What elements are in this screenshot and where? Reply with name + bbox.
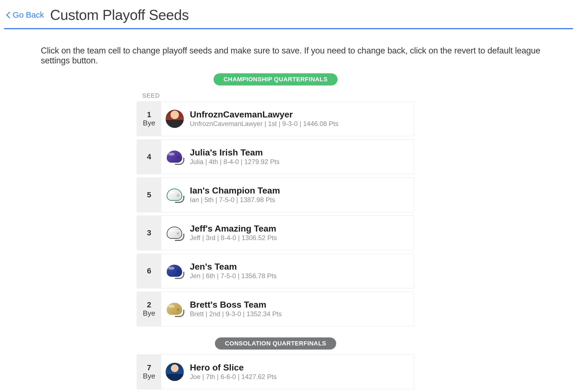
team-manager: UnfroznCavemanLawyer [190,120,263,127]
team-rank: 3rd [206,234,215,241]
team-record: 7-5-0 [219,196,234,203]
team-cell[interactable]: Brett's Boss Team Brett | 2nd | 9-3-0 | … [161,292,414,326]
team-name: Julia's Irish Team [190,148,280,157]
helmet-icon [166,148,184,166]
chevron-left-icon [6,11,11,19]
team-row[interactable]: 6 Jen's Team Jen | 6th | 7-5-0 | 1356.78… [137,254,414,288]
team-manager: Jeff [190,234,200,241]
team-rank: 5th [204,196,214,203]
team-rank: 4th [209,158,218,165]
team-cell[interactable]: Jen's Team Jen | 6th | 7-5-0 | 1356.78 P… [161,254,414,288]
team-record: 9-3-0 [282,120,298,127]
team-points: 1387.98 Pts [240,196,275,203]
avatar-icon [166,363,184,381]
team-meta: Ian | 5th | 7-5-0 | 1387.98 Pts [190,196,280,204]
team-manager: Jen [190,272,201,280]
seed-cell: 5 [137,178,161,212]
team-meta: Jen | 6th | 7-5-0 | 1356.78 Pts [190,272,277,280]
team-manager: Ian [190,196,199,203]
team-row[interactable]: 7 Bye Hero of Slice Joe | 7th | 6-6-0 | … [137,355,414,389]
team-text: Julia's Irish Team Julia | 4th | 8-4-0 |… [190,148,280,165]
championship-table: SEED 1 Bye UnfroznCavemanLawyer UnfroznC… [137,88,414,326]
helmet-icon [166,186,184,204]
seed-number: 7 [147,364,151,372]
team-meta: Joe | 7th | 6-6-0 | 1427.62 Pts [190,373,277,381]
seed-number: 1 [147,111,151,119]
team-text: Hero of Slice Joe | 7th | 6-6-0 | 1427.6… [190,363,277,380]
team-points: 1352.34 Pts [247,310,282,318]
team-rank: 1st [268,120,277,127]
seed-number: 2 [147,301,151,309]
team-cell[interactable]: Ian's Champion Team Ian | 5th | 7-5-0 | … [161,178,414,212]
team-meta: Jeff | 3rd | 8-4-0 | 1306.52 Pts [190,234,277,242]
seed-cell: 6 [137,254,161,288]
team-record: 8-4-0 [223,158,239,165]
team-rank: 6th [206,272,215,280]
avatar-icon [166,110,184,128]
helmet-icon [166,262,184,280]
team-meta: Brett | 2nd | 9-3-0 | 1352.34 Pts [190,310,282,318]
section-header-row: CHAMPIONSHIP QUARTERFINALS [4,73,547,85]
team-name: Hero of Slice [190,363,277,372]
go-back-link[interactable]: Go Back [6,10,44,20]
team-rank: 2nd [209,310,220,318]
team-meta: UnfroznCavemanLawyer | 1st | 9-3-0 | 144… [190,120,338,128]
team-text: Ian's Champion Team Ian | 5th | 7-5-0 | … [190,186,280,203]
content-area: Click on the team cell to change playoff… [4,29,547,392]
team-cell[interactable]: UnfroznCavemanLawyer UnfroznCavemanLawye… [161,102,414,136]
team-row[interactable]: 4 Julia's Irish Team Julia | 4th | 8-4-0… [137,139,414,174]
team-points: 1427.62 Pts [241,373,277,380]
seed-bye-label: Bye [143,309,155,317]
team-cell[interactable]: Jeff's Amazing Team Jeff | 3rd | 8-4-0 |… [161,216,414,250]
team-name: UnfroznCavemanLawyer [190,110,338,119]
helmet-icon [166,224,184,242]
instructions-text: Click on the team cell to change playoff… [4,46,547,73]
team-row[interactable]: 1 Bye UnfroznCavemanLawyer UnfroznCavema… [137,101,414,136]
team-text: Brett's Boss Team Brett | 2nd | 9-3-0 | … [190,300,282,318]
team-points: 1306.52 Pts [242,234,277,241]
team-text: UnfroznCavemanLawyer UnfroznCavemanLawye… [190,110,338,127]
helmet-icon [166,300,184,318]
seed-cell: 3 [137,216,161,250]
team-meta: Julia | 4th | 8-4-0 | 1279.92 Pts [190,158,280,166]
team-cell[interactable]: Julia's Irish Team Julia | 4th | 8-4-0 |… [161,140,414,174]
team-name: Jeff's Amazing Team [190,224,277,233]
team-record: 7-5-0 [220,272,236,280]
team-row[interactable]: 5 Ian's Champion Team Ian | 5th | 7-5-0 … [137,178,414,212]
team-name: Jen's Team [190,262,277,272]
team-points: 1356.78 Pts [241,272,277,280]
seed-number: 3 [147,229,151,237]
team-points: 1446.08 Pts [303,120,338,127]
team-manager: Joe [190,373,201,380]
team-name: Ian's Champion Team [190,186,280,195]
page-title: Custom Playoff Seeds [50,7,189,23]
seed-cell: 1 Bye [137,102,161,136]
championship-pill: CHAMPIONSHIP QUARTERFINALS [214,73,338,85]
team-record: 9-3-0 [226,310,241,318]
team-row[interactable]: 2 Bye Brett's Boss Team Brett | 2nd | 9-… [137,292,414,326]
seed-number: 4 [147,153,151,161]
team-points: 1279.92 Pts [244,158,280,165]
seed-bye-label: Bye [143,372,155,380]
team-manager: Julia [190,158,203,165]
seed-cell: 2 Bye [137,292,161,326]
seed-cell: 7 Bye [137,355,161,389]
team-manager: Brett [190,310,204,318]
team-record: 8-4-0 [221,234,236,241]
seed-bye-label: Bye [143,119,155,127]
team-text: Jeff's Amazing Team Jeff | 3rd | 8-4-0 |… [190,224,277,241]
team-rank: 7th [206,373,215,380]
team-name: Brett's Boss Team [190,300,282,310]
go-back-label: Go Back [13,10,44,20]
seed-number: 5 [147,191,151,199]
section-header-row: CONSOLATION QUARTERFINALS [4,337,547,350]
team-text: Jen's Team Jen | 6th | 7-5-0 | 1356.78 P… [190,262,277,280]
page-header: Go Back Custom Playoff Seeds [0,0,577,28]
seed-column-header: SEED [137,88,414,101]
consolation-table: 7 Bye Hero of Slice Joe | 7th | 6-6-0 | … [137,355,414,392]
consolation-pill: CONSOLATION QUARTERFINALS [215,337,336,350]
seed-cell: 4 [137,140,161,174]
seed-number: 6 [147,267,151,275]
team-row[interactable]: 3 Jeff's Amazing Team Jeff | 3rd | 8-4-0… [137,216,414,250]
team-cell[interactable]: Hero of Slice Joe | 7th | 6-6-0 | 1427.6… [161,355,414,389]
